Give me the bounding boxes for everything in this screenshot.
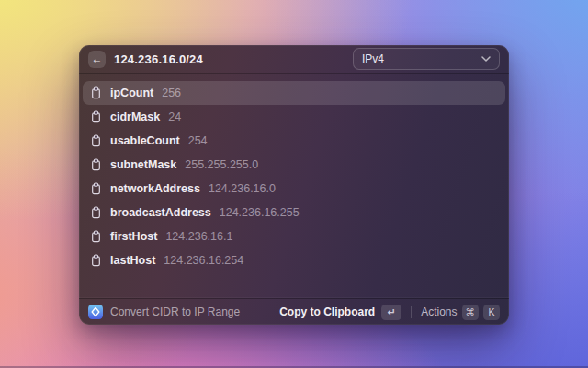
dropdown-value: IPv4 <box>362 52 384 65</box>
list-item[interactable]: lastHost 124.236.16.254 <box>83 248 505 272</box>
chevron-down-icon <box>481 56 491 62</box>
result-value: 124.236.16.0 <box>209 182 276 195</box>
clipboard-icon <box>90 182 102 195</box>
result-value: 124.236.16.255 <box>220 206 300 219</box>
clipboard-icon <box>90 158 102 171</box>
command-key-icon: ⌘ <box>462 305 480 320</box>
desktop-wallpaper: { "header": { "back_icon": "←", "title":… <box>0 0 588 368</box>
clipboard-icon <box>90 230 102 243</box>
result-list: ipCount 256 cidrMask 24 usableCount 254 <box>79 74 509 298</box>
list-item[interactable]: cidrMask 24 <box>83 105 505 129</box>
result-key: subnetMask <box>110 158 176 171</box>
result-key: ipCount <box>110 86 153 99</box>
command-name: Convert CIDR to IP Range <box>110 305 240 318</box>
result-value: 24 <box>168 110 181 123</box>
result-key: networkAddress <box>110 182 200 195</box>
result-key: cidrMask <box>110 110 160 123</box>
list-item[interactable]: networkAddress 124.236.16.0 <box>83 177 505 201</box>
copy-to-clipboard-button[interactable]: Copy to Clipboard ↵ <box>279 305 401 320</box>
list-item[interactable]: broadcastAddress 124.236.16.255 <box>83 201 505 224</box>
page-title: 124.236.16.0/24 <box>114 52 203 66</box>
result-value: 255.255.255.0 <box>185 158 258 171</box>
actions-label: Actions <box>421 305 457 318</box>
ip-version-dropdown[interactable]: IPv4 <box>353 48 500 70</box>
launcher-window: ← 124.236.16.0/24 IPv4 ipCount 256 cidr <box>79 45 509 325</box>
header: ← 124.236.16.0/24 IPv4 <box>79 45 509 74</box>
list-item[interactable]: subnetMask 255.255.255.0 <box>83 153 505 177</box>
result-value: 254 <box>188 134 208 147</box>
footer-actions: Copy to Clipboard ↵ Actions ⌘ K <box>279 305 500 320</box>
result-key: firstHost <box>110 230 157 243</box>
k-key-icon: K <box>483 305 500 320</box>
clipboard-icon <box>90 86 102 99</box>
result-value: 124.236.16.1 <box>165 230 232 243</box>
clipboard-icon <box>90 134 102 147</box>
clipboard-icon <box>90 254 102 267</box>
list-item[interactable]: ipCount 256 <box>83 81 505 105</box>
result-value: 256 <box>162 86 181 99</box>
result-key: lastHost <box>110 254 155 267</box>
list-item[interactable]: usableCount 254 <box>83 129 505 153</box>
result-value: 124.236.16.254 <box>164 254 243 267</box>
extension-app-icon <box>88 305 103 319</box>
back-arrow-icon: ← <box>92 52 103 65</box>
footer: Convert CIDR to IP Range Copy to Clipboa… <box>79 298 509 325</box>
return-key-icon: ↵ <box>381 305 401 320</box>
result-key: broadcastAddress <box>110 206 211 219</box>
actions-button[interactable]: Actions ⌘ K <box>421 305 500 320</box>
list-item[interactable]: firstHost 124.236.16.1 <box>83 224 505 248</box>
footer-divider <box>411 306 412 318</box>
primary-action-label: Copy to Clipboard <box>279 305 375 318</box>
back-button[interactable]: ← <box>88 51 106 68</box>
result-key: usableCount <box>110 134 180 147</box>
clipboard-icon <box>90 110 102 123</box>
clipboard-icon <box>90 206 102 219</box>
